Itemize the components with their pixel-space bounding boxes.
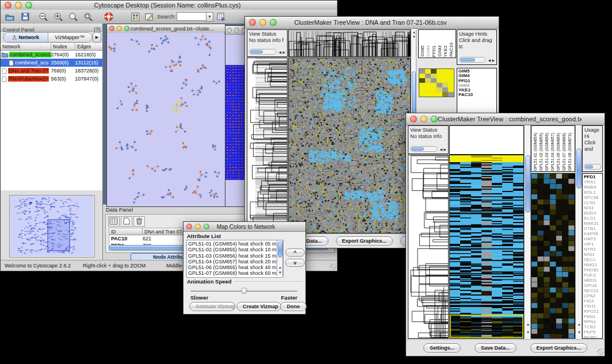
gene-label[interactable]: YRA1 xyxy=(584,179,602,185)
help-lifesaver-icon[interactable] xyxy=(103,11,114,22)
minimize-button[interactable] xyxy=(117,26,122,31)
attribute-listbox[interactable]: GPL51-01 (GSM854) heat shock 05 minGPL51… xyxy=(186,240,284,278)
gene-label[interactable]: RPN1 xyxy=(584,319,602,324)
minimize-button[interactable] xyxy=(195,224,201,229)
gene-label[interactable]: RPO21 xyxy=(584,309,602,314)
scroll-up-icon[interactable]: ▲ xyxy=(526,323,530,326)
gene-label[interactable]: YSH1 xyxy=(584,304,602,309)
network-row-rnapuber[interactable]: RNAPuberNov2+ 563(0) 107847(0) xyxy=(1,75,102,83)
gene-label[interactable]: SEC1 xyxy=(584,257,602,262)
vizmapper-icon[interactable] xyxy=(129,11,141,22)
scroll-left-icon[interactable]: ◀ xyxy=(439,148,442,151)
col-network[interactable]: Network xyxy=(1,43,51,51)
col-nodes[interactable]: Nodes xyxy=(51,43,75,51)
tv1-status-hscrollbar[interactable] xyxy=(249,49,277,55)
column-label[interactable]: GPL51-07 (GSM868) xyxy=(561,133,567,171)
tv1-heatmap[interactable] xyxy=(288,58,411,233)
gene-label[interactable]: HAP3 xyxy=(584,236,602,242)
tv2-heatmap-vscrollbar[interactable]: ▲ ▼ xyxy=(524,125,531,339)
close-button[interactable] xyxy=(5,2,12,9)
minimize-button[interactable] xyxy=(234,28,239,33)
network-overview-panel[interactable] xyxy=(9,195,95,258)
close-button[interactable] xyxy=(227,28,232,33)
column-label[interactable]: GIM5 xyxy=(420,45,426,57)
tv1-row-dendrogram[interactable] xyxy=(247,58,288,233)
attribute-item[interactable]: GPL51-07 (GSM868) heat shock 60 min xyxy=(188,270,282,276)
treeview-button[interactable]: Save Data... xyxy=(475,343,517,352)
resize-grip[interactable] xyxy=(330,263,336,270)
col-edges[interactable]: Edges xyxy=(75,43,102,51)
close-button[interactable] xyxy=(109,26,114,31)
scroll-down-icon[interactable]: ▼ xyxy=(526,331,530,334)
treeview-combined-titlebar[interactable]: ClusterMaker TreeView : combined_scores_… xyxy=(406,113,605,125)
overview-canvas[interactable] xyxy=(10,196,93,256)
treeview-button[interactable]: Export Graphics... xyxy=(530,343,588,352)
tv2-status-hscrollbar[interactable] xyxy=(410,146,438,152)
column-label[interactable]: GPL51-01 (GSM854) xyxy=(533,133,538,171)
zoom-button[interactable] xyxy=(431,116,438,122)
tv2-row-dendrogram[interactable] xyxy=(408,155,449,339)
minimize-button[interactable] xyxy=(259,19,266,26)
minimize-button[interactable] xyxy=(420,116,427,122)
gene-label[interactable]: MON2 xyxy=(584,335,602,339)
zoom-fit-icon[interactable] xyxy=(82,11,94,22)
gene-label[interactable]: HMG1 xyxy=(584,262,602,267)
column-label[interactable]: YKE2 xyxy=(443,45,449,57)
gene-label[interactable]: PAN1 xyxy=(584,314,602,319)
network-row-combined-scores[interactable]: combined_scores 2764(0) 16218(0) xyxy=(1,51,102,59)
main-titlebar[interactable]: Cytoscape Desktop (Session Name: collins… xyxy=(1,1,337,10)
column-label[interactable]: GPL51-08 (GSM872) xyxy=(567,133,572,171)
tv1-col-scrollbar[interactable]: ▲ ▼ xyxy=(411,29,416,57)
tv1-hints-hscrollbar[interactable] xyxy=(459,57,485,63)
scroll-right-icon[interactable]: ▶ xyxy=(282,51,285,54)
tab-overflow-button[interactable]: ▶ xyxy=(93,32,101,43)
table-mode-icon[interactable] xyxy=(108,216,120,227)
gene-label[interactable]: CLN1 xyxy=(584,200,602,205)
open-file-icon[interactable] xyxy=(4,11,16,22)
zoom-button[interactable] xyxy=(25,2,32,9)
gene-label[interactable]: ELG1 xyxy=(584,216,602,221)
attribute-item[interactable]: GPL51-02 (GSM855) heat shock 10 min xyxy=(188,247,282,252)
attribute-item[interactable]: GPL51-03 (GSM856) heat shock 15 min xyxy=(188,253,282,259)
tab-network[interactable]: Network xyxy=(4,33,48,42)
done-button[interactable]: Done xyxy=(280,302,307,311)
gene-label[interactable]: PFD1 xyxy=(584,174,602,179)
gene-label[interactable]: BUD4 xyxy=(584,210,602,216)
gene-label[interactable]: PHO81 xyxy=(584,267,602,273)
attribute-item[interactable]: GPL51-06 (GSM865) heat shock 40 min xyxy=(188,265,282,270)
scroll-right-icon[interactable]: ▶ xyxy=(443,148,446,151)
move-down-button[interactable]: v xyxy=(285,259,305,267)
column-label[interactable]: GPL51-06 (GSM865) xyxy=(556,133,561,171)
gene-label[interactable]: GTB1 xyxy=(584,226,602,231)
zoom-button[interactable] xyxy=(204,224,209,229)
delete-attribute-trash-icon[interactable] xyxy=(133,216,145,227)
network-row-combined-sco[interactable]: combined_sco 2569(6) 13112(15) xyxy=(1,59,102,67)
gene-label[interactable]: RNR4 xyxy=(584,185,602,190)
scroll-up-icon[interactable]: ▲ xyxy=(278,266,282,269)
gene-label[interactable]: PEP5 xyxy=(584,329,602,335)
column-label[interactable]: GIM3 xyxy=(437,45,443,57)
save-icon[interactable] xyxy=(20,11,31,22)
animation-speed-slider[interactable] xyxy=(190,288,297,294)
attribute-item[interactable]: GPL51-04 (GSM857) heat shock 20 min xyxy=(188,259,282,265)
column-label[interactable]: GPL51-02 (GSM855) xyxy=(538,133,544,171)
close-button[interactable] xyxy=(410,116,417,122)
close-button[interactable] xyxy=(186,224,192,229)
attribute-item[interactable]: GPL51-01 (GSM854) heat shock 05 min xyxy=(188,241,282,247)
import-table-icon[interactable] xyxy=(216,11,227,22)
column-label[interactable]: PFD1 xyxy=(431,45,437,57)
search-input[interactable] xyxy=(177,12,206,21)
gene-label[interactable]: HRD3 xyxy=(584,278,602,283)
tab-vizmapper[interactable]: VizMapper™ xyxy=(48,33,92,42)
zoom-selected-icon[interactable] xyxy=(67,11,79,22)
move-up-button[interactable]: ^ xyxy=(285,248,305,256)
tv2-zoom-vscrollbar[interactable]: ▲ ▼ xyxy=(575,125,582,339)
column-label[interactable]: GIM4 xyxy=(426,45,431,57)
create-vizmap-button[interactable]: Create Vizmap xyxy=(236,302,281,311)
new-attribute-icon[interactable] xyxy=(121,216,132,227)
zoom-out-icon[interactable] xyxy=(37,11,49,22)
gene-label[interactable]: PUF3 xyxy=(584,273,602,278)
zoom-in-icon[interactable] xyxy=(52,11,64,22)
gene-label[interactable]: SEC24 xyxy=(584,288,602,293)
column-label[interactable]: GPL51-03 (GSM856) xyxy=(544,133,549,171)
